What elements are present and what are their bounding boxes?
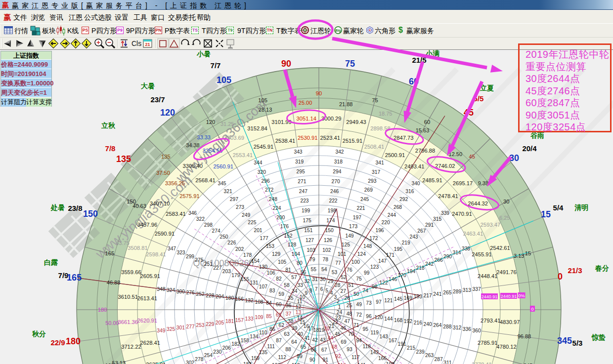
svg-text:37: 37 xyxy=(286,311,292,317)
svg-text:2448.41: 2448.41 xyxy=(478,273,497,279)
svg-text:151: 151 xyxy=(304,228,312,233)
svg-text:266: 266 xyxy=(435,257,443,263)
svg-text:344: 344 xyxy=(254,160,262,165)
svg-text:12: 12 xyxy=(296,304,302,310)
svg-text:267: 267 xyxy=(417,228,426,234)
svg-text:193: 193 xyxy=(414,294,422,299)
svg-text:2796.88: 2796.88 xyxy=(415,148,435,154)
svg-text:117: 117 xyxy=(351,355,360,360)
svg-text:38: 38 xyxy=(288,319,294,324)
svg-text:343: 343 xyxy=(294,149,302,155)
svg-text:0: 0 xyxy=(558,272,563,282)
svg-text:56: 56 xyxy=(301,270,306,275)
svg-text:348: 348 xyxy=(157,286,165,292)
svg-text:3661.36: 3661.36 xyxy=(118,319,138,325)
svg-text:65: 65 xyxy=(301,344,306,350)
svg-text:122: 122 xyxy=(380,280,388,285)
svg-text:15: 15 xyxy=(525,250,531,256)
svg-text:254: 254 xyxy=(204,353,213,358)
svg-text:60: 60 xyxy=(276,302,282,307)
svg-text:2455.91: 2455.91 xyxy=(472,251,491,257)
svg-text:112: 112 xyxy=(278,355,286,360)
svg-text:106: 106 xyxy=(267,270,275,276)
svg-text:13: 13 xyxy=(296,310,302,315)
svg-text:133: 133 xyxy=(245,316,254,322)
svg-text:135: 135 xyxy=(161,154,171,160)
svg-text:29: 29 xyxy=(328,279,334,284)
svg-text:25.00: 25.00 xyxy=(299,100,312,106)
svg-text:225: 225 xyxy=(248,220,256,225)
svg-text:69: 69 xyxy=(341,339,347,345)
svg-text:90: 90 xyxy=(309,357,315,363)
svg-text:2644.32: 2644.32 xyxy=(468,201,488,206)
svg-text:315: 315 xyxy=(433,216,441,222)
svg-text:33.33: 33.33 xyxy=(197,134,211,140)
svg-text:176: 176 xyxy=(280,224,289,229)
svg-text:239: 239 xyxy=(416,349,425,355)
svg-text:103: 103 xyxy=(307,247,315,253)
svg-text:6.25: 6.25 xyxy=(499,215,510,221)
svg-text:43: 43 xyxy=(320,337,326,343)
svg-text:203: 203 xyxy=(222,269,231,274)
svg-text:22/9: 22/9 xyxy=(50,338,65,347)
svg-text:230: 230 xyxy=(213,349,221,355)
svg-text:58: 58 xyxy=(284,283,290,288)
svg-text:89: 89 xyxy=(297,354,303,359)
svg-text:150: 150 xyxy=(83,209,98,219)
svg-text:244: 244 xyxy=(388,212,396,218)
svg-text:120: 120 xyxy=(374,315,383,320)
svg-text:15.63: 15.63 xyxy=(416,127,430,133)
svg-text:34: 34 xyxy=(292,288,298,294)
svg-text:46: 46 xyxy=(340,325,346,331)
svg-text:216: 216 xyxy=(414,320,422,325)
svg-text:221: 221 xyxy=(356,205,365,211)
svg-text:53: 53 xyxy=(332,270,338,275)
svg-text:18.75: 18.75 xyxy=(379,111,393,117)
svg-text:289: 289 xyxy=(453,289,461,294)
svg-text:108: 108 xyxy=(255,299,263,305)
svg-text:268: 268 xyxy=(394,204,402,210)
svg-text:23/8: 23/8 xyxy=(68,204,82,212)
svg-text:2560.91: 2560.91 xyxy=(213,163,233,169)
svg-text:2949.43: 2949.43 xyxy=(346,119,366,125)
svg-text:9.38: 9.38 xyxy=(478,180,488,186)
svg-text:202: 202 xyxy=(235,246,244,252)
svg-text:323: 323 xyxy=(176,250,185,255)
svg-text:64: 64 xyxy=(291,339,297,345)
svg-text:82: 82 xyxy=(276,276,282,282)
svg-text:4780.12: 4780.12 xyxy=(496,344,516,350)
svg-text:43.75: 43.75 xyxy=(116,240,130,246)
svg-text:222: 222 xyxy=(329,198,337,203)
svg-text:337: 337 xyxy=(473,286,481,292)
svg-text:60: 60 xyxy=(424,119,430,125)
svg-text:296: 296 xyxy=(262,178,270,184)
svg-text:195: 195 xyxy=(394,246,402,252)
svg-text:2493.41: 2493.41 xyxy=(404,163,424,169)
svg-text:135: 135 xyxy=(116,154,131,164)
svg-text:2628.41: 2628.41 xyxy=(140,340,160,346)
svg-text:324: 324 xyxy=(167,287,175,293)
svg-text:349: 349 xyxy=(157,328,165,333)
svg-text:130: 130 xyxy=(259,264,267,270)
svg-text:183: 183 xyxy=(243,362,252,364)
svg-text:白露: 白露 xyxy=(44,258,58,266)
svg-text:2508.41: 2508.41 xyxy=(364,144,384,150)
svg-text:73: 73 xyxy=(366,300,372,306)
svg-text:226: 226 xyxy=(227,240,236,245)
svg-text:109: 109 xyxy=(255,315,263,320)
svg-text:243: 243 xyxy=(409,234,418,240)
svg-text:71: 71 xyxy=(353,323,359,328)
svg-text:小暑: 小暑 xyxy=(196,50,211,58)
svg-text:51: 51 xyxy=(348,283,354,288)
svg-text:174: 174 xyxy=(326,218,335,223)
svg-text:2542.61: 2542.61 xyxy=(490,245,510,251)
svg-text:263: 263 xyxy=(425,353,434,358)
svg-text:2635.91: 2635.91 xyxy=(146,362,166,364)
svg-text:75: 75 xyxy=(372,97,378,103)
svg-text:95: 95 xyxy=(362,326,368,332)
svg-text:21/3: 21/3 xyxy=(568,266,582,275)
svg-text:265: 265 xyxy=(443,290,451,295)
svg-text:66: 66 xyxy=(311,347,317,353)
svg-text:74: 74 xyxy=(362,288,368,293)
svg-text:2470.91: 2470.91 xyxy=(452,211,472,217)
